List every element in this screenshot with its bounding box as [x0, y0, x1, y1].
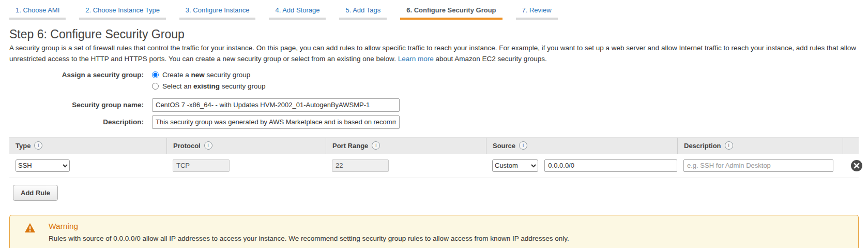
add-rule-button[interactable]: Add Rule: [13, 185, 58, 201]
warning-title: Warning: [49, 222, 569, 231]
radio-select-existing-sg-input[interactable]: [152, 83, 159, 90]
tab-choose-ami[interactable]: 1. Choose AMI: [9, 5, 66, 20]
security-group-name-label: Security group name:: [0, 101, 144, 109]
warning-body: Rules with source of 0.0.0.0/0 allow all…: [49, 235, 569, 242]
security-group-name-row: Security group name:: [0, 98, 868, 112]
rules-table-header: Type i Protocol i Port Range i Source i …: [9, 137, 859, 154]
learn-more-link[interactable]: Learn more: [398, 55, 434, 63]
tab-add-tags[interactable]: 5. Add Tags: [339, 5, 387, 20]
rule-protocol-cell: [166, 159, 326, 172]
tab-configure-security-group[interactable]: 6. Configure Security Group: [400, 5, 502, 20]
tab-add-storage[interactable]: 4. Add Storage: [269, 5, 326, 20]
rule-protocol-input: [173, 159, 230, 172]
warning-banner: Warning Rules with source of 0.0.0.0/0 a…: [9, 215, 859, 248]
security-rules-table: Type i Protocol i Port Range i Source i …: [9, 137, 859, 178]
tab-configure-instance[interactable]: 3. Configure Instance: [179, 5, 256, 20]
warning-icon: [24, 223, 36, 242]
rule-description-input[interactable]: [683, 159, 833, 172]
tab-review[interactable]: 7. Review: [516, 5, 558, 20]
security-group-description-input[interactable]: [152, 115, 400, 129]
radio-select-existing-sg[interactable]: Select an existing security group: [152, 82, 266, 90]
rule-port-cell: [326, 159, 486, 172]
rule-type-select[interactable]: SSH: [16, 159, 70, 172]
tab-choose-instance-type[interactable]: 2. Choose Instance Type: [79, 5, 166, 20]
header-actions: [843, 138, 859, 154]
info-icon[interactable]: i: [372, 141, 380, 150]
radio-create-new-sg-input[interactable]: [152, 71, 159, 78]
rule-source-cidr-input[interactable]: [544, 159, 677, 172]
rule-source-mode-select[interactable]: Custom: [492, 159, 538, 172]
radio-existing-label: Select an existing security group: [162, 82, 266, 90]
rule-type-cell: SSH: [9, 159, 166, 172]
header-protocol: Protocol i: [166, 138, 326, 154]
assign-security-group-label: Assign a security group:: [0, 71, 144, 79]
page-description: A security group is a set of firewall ru…: [9, 43, 859, 65]
security-group-form: Assign a security group: Create a new se…: [0, 71, 868, 129]
header-port-range: Port Range i: [326, 138, 486, 154]
rule-source-cell: Custom: [486, 159, 677, 172]
info-icon[interactable]: i: [725, 141, 733, 150]
rule-actions-cell: [843, 159, 863, 172]
delete-rule-button[interactable]: [850, 159, 863, 172]
description-text-after: about Amazon EC2 security groups.: [434, 55, 547, 63]
warning-content: Warning Rules with source of 0.0.0.0/0 a…: [49, 222, 569, 242]
radio-create-new-sg[interactable]: Create a new security group: [152, 71, 250, 79]
security-group-name-input[interactable]: [152, 98, 400, 112]
table-row: SSH Custom: [9, 154, 859, 178]
radio-create-label: Create a new security group: [162, 71, 250, 79]
header-type: Type i: [9, 141, 166, 150]
rule-port-range-input: [332, 159, 389, 172]
delete-rule-icon: [850, 159, 863, 172]
info-icon[interactable]: i: [204, 141, 212, 150]
select-existing-row: Select an existing security group: [0, 82, 868, 90]
page-title: Step 6: Configure Security Group: [9, 27, 868, 41]
security-group-description-label: Description:: [0, 118, 144, 126]
info-icon[interactable]: i: [519, 141, 527, 150]
info-icon[interactable]: i: [34, 141, 42, 150]
security-group-description-row: Description:: [0, 115, 868, 129]
wizard-tabbar: 1. Choose AMI 2. Choose Instance Type 3.…: [0, 0, 868, 20]
rule-description-cell: [677, 159, 843, 172]
header-description: Description i: [677, 138, 843, 154]
assign-security-group-row: Assign a security group: Create a new se…: [0, 71, 868, 79]
header-source: Source i: [486, 138, 677, 154]
